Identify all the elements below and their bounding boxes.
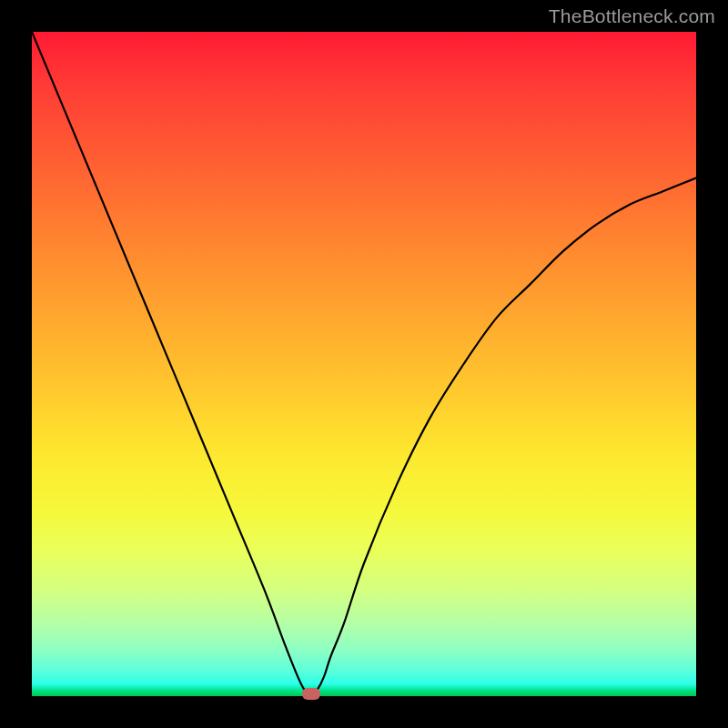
optimum-marker <box>302 688 320 700</box>
curve-svg <box>32 32 696 696</box>
bottleneck-curve <box>32 32 696 696</box>
chart-frame: TheBottleneck.com <box>0 0 728 728</box>
plot-area <box>32 32 696 696</box>
watermark-text: TheBottleneck.com <box>549 5 715 27</box>
